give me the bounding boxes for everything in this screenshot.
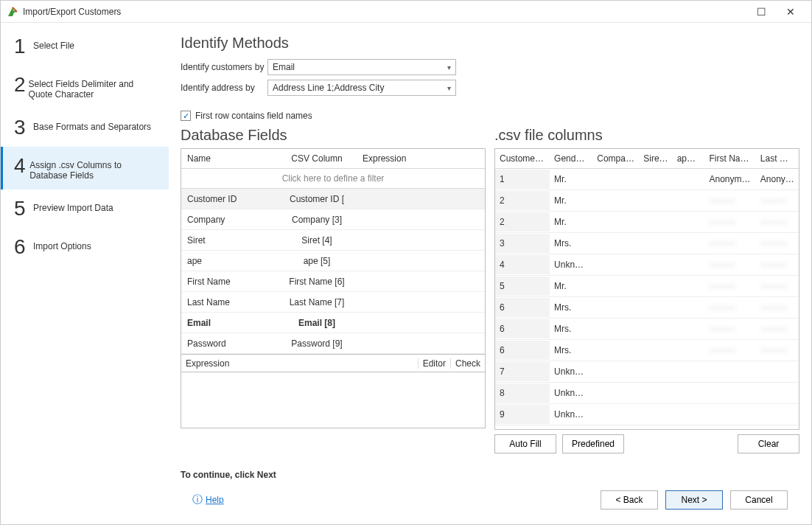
wizard-step-6[interactable]: 6Import Options: [1, 228, 169, 266]
csv-col-siret[interactable]: Siret [4]: [639, 149, 672, 168]
csv-row[interactable]: 2Mr.——————: [495, 212, 799, 233]
continue-hint: To continue, click Next: [181, 470, 799, 480]
csv-col-id[interactable]: Customer ID [1]: [495, 149, 550, 168]
csv-row[interactable]: 4Unknown——————: [495, 254, 799, 276]
csv-cell-first: Anonymous: [705, 170, 756, 189]
csv-col-first[interactable]: First Name [6]: [705, 149, 756, 168]
predefined-button[interactable]: Predefined: [562, 434, 624, 453]
csv-cell-last: ———: [756, 319, 799, 338]
csv-cell-company: [592, 346, 639, 355]
db-filter-hint[interactable]: Click here to define a filter: [181, 169, 485, 189]
db-row[interactable]: PasswordPassword [9]: [181, 333, 485, 354]
csv-cell-siret: [639, 175, 672, 184]
csv-cell-company: [592, 239, 639, 248]
next-button[interactable]: Next >: [665, 490, 723, 510]
csv-col-ape[interactable]: ape [5]: [673, 149, 705, 168]
back-button[interactable]: < Back: [601, 490, 658, 510]
db-row[interactable]: CompanyCompany [3]: [181, 209, 485, 230]
step-label: Preview Import Data: [33, 198, 113, 213]
step-number: 4: [14, 156, 29, 176]
csv-cell-first: ———: [705, 319, 756, 338]
csv-row[interactable]: 2Mr.——————: [495, 190, 799, 212]
csv-cell-ape: [673, 303, 705, 312]
csv-cell-id: 8: [495, 383, 550, 403]
csv-columns-panel: .csv file columns Customer ID [1] Gender…: [494, 127, 799, 453]
identify-customers-select[interactable]: Email ▾: [267, 59, 456, 75]
csv-cell-gender: Unknown: [550, 255, 592, 274]
csv-cell-id: 2: [495, 212, 550, 232]
csv-cell-siret: [639, 303, 672, 312]
csv-button-row: Auto Fill Predefined Clear: [494, 434, 799, 453]
csv-cell-company: [592, 389, 639, 397]
csv-cell-siret: [639, 389, 672, 397]
wizard-step-1[interactable]: 1Select File: [1, 27, 169, 66]
maximize-button[interactable]: ☐: [746, 1, 776, 22]
db-row[interactable]: EmailEmail [8]: [181, 313, 485, 333]
db-row[interactable]: apeape [5]: [181, 251, 485, 271]
step-number: 2: [14, 74, 29, 95]
csv-cell-last: Anonymous: [756, 170, 799, 189]
identify-customers-row: Identify customers by Email ▾: [181, 59, 799, 75]
csv-cell-ape: [673, 389, 705, 397]
db-cell-name: ape: [181, 256, 277, 266]
step-number: 3: [14, 117, 33, 138]
csv-cell-company: [592, 260, 639, 269]
auto-fill-button[interactable]: Auto Fill: [494, 434, 556, 453]
csv-cell-siret: [639, 239, 672, 248]
content-area: 1Select File2Select Fields Delimiter and…: [1, 23, 811, 524]
csv-col-company[interactable]: Company [3]: [592, 149, 639, 168]
csv-cell-first: ———: [705, 298, 756, 317]
db-row[interactable]: SiretSiret [4]: [181, 230, 485, 251]
csv-cell-company: [592, 218, 639, 226]
identify-customers-label: Identify customers by: [181, 62, 267, 72]
identify-address-select[interactable]: Address Line 1;Address City ▾: [267, 80, 456, 96]
csv-row[interactable]: 6Mrs.——————: [495, 340, 799, 361]
csv-cell-first: ———: [705, 234, 756, 253]
csv-cell-ape: [673, 175, 705, 184]
csv-row[interactable]: 3Mrs.——————: [495, 233, 799, 254]
csv-row[interactable]: 7Unknown: [495, 361, 799, 383]
db-cell-name: Siret: [181, 235, 277, 246]
editor-link[interactable]: Editor: [418, 358, 450, 369]
first-row-label: First row contains field names: [195, 111, 312, 121]
csv-cell-ape: [673, 410, 705, 419]
csv-cell-last: ———: [756, 191, 799, 210]
wizard-step-2[interactable]: 2Select Fields Delimiter and Quote Chara…: [1, 66, 169, 108]
db-col-name[interactable]: Name: [181, 149, 277, 168]
db-cell-csv: ape [5]: [277, 256, 357, 266]
db-col-csv[interactable]: CSV Column: [277, 149, 357, 168]
expression-textarea[interactable]: [181, 372, 486, 428]
csv-col-last[interactable]: Last Name [: [756, 149, 799, 168]
main-panel: Identify Methods Identify customers by E…: [169, 23, 811, 524]
db-grid-header: Name CSV Column Expression: [181, 149, 485, 169]
database-fields-grid: Name CSV Column Expression Click here to…: [181, 148, 486, 355]
csv-row[interactable]: 5Mr.——————: [495, 276, 799, 297]
csv-row[interactable]: 6Mrs.——————: [495, 319, 799, 340]
csv-row[interactable]: 8Unknown: [495, 383, 799, 404]
check-link[interactable]: Check: [450, 358, 485, 369]
csv-cell-last: [756, 367, 799, 376]
clear-button[interactable]: Clear: [738, 434, 799, 453]
csv-cell-gender: Mrs.: [550, 341, 592, 360]
db-row[interactable]: First NameFirst Name [6]: [181, 271, 485, 292]
csv-col-gender[interactable]: Gender [2]: [550, 149, 592, 168]
wizard-step-5[interactable]: 5Preview Import Data: [1, 190, 169, 228]
csv-row[interactable]: 6Mrs.——————: [495, 297, 799, 319]
db-row[interactable]: Customer IDCustomer ID [: [181, 189, 485, 209]
step-number: 5: [14, 198, 33, 219]
cancel-button[interactable]: Cancel: [730, 490, 788, 510]
csv-row[interactable]: 1Mr.AnonymousAnonymous: [495, 169, 799, 190]
csv-row[interactable]: 9Unknown: [495, 404, 799, 425]
help-link[interactable]: Help: [206, 495, 224, 505]
db-col-expr[interactable]: Expression: [357, 149, 485, 168]
help-icon[interactable]: ⓘ: [192, 493, 203, 507]
db-row[interactable]: Last NameLast Name [7]: [181, 292, 485, 313]
wizard-step-4[interactable]: 4Assign .csv Columns to Database Fields: [1, 147, 169, 190]
close-button[interactable]: ✕: [776, 1, 805, 22]
csv-cell-last: ———: [756, 212, 799, 232]
wizard-sidebar: 1Select File2Select Fields Delimiter and…: [1, 23, 169, 524]
first-row-checkbox[interactable]: ✓: [181, 111, 191, 121]
wizard-step-3[interactable]: 3Base Formats and Separators: [1, 108, 169, 147]
db-cell-name: Company: [181, 215, 277, 225]
csv-cell-gender: Mrs.: [550, 319, 592, 338]
